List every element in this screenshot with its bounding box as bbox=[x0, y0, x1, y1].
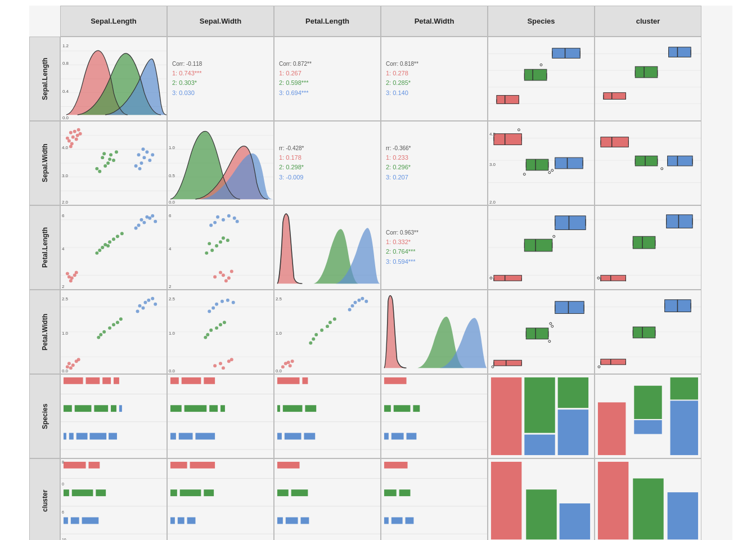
svg-rect-42 bbox=[635, 66, 658, 78]
cell-pw-species bbox=[488, 290, 595, 374]
svg-point-153 bbox=[75, 271, 78, 274]
corr-sl-pw-3: 3: 0.140 bbox=[386, 88, 483, 98]
svg-text:0.0: 0.0 bbox=[62, 115, 69, 120]
svg-point-57 bbox=[69, 131, 73, 134]
cell-pl-pl bbox=[274, 205, 381, 290]
svg-rect-457 bbox=[180, 489, 201, 496]
corr-sw-pw-header: rr: -0.366* bbox=[386, 144, 483, 153]
row-header-sepal-width: Sepal.Width bbox=[29, 121, 60, 205]
svg-point-281 bbox=[222, 366, 225, 370]
col-header-cluster: cluster bbox=[595, 6, 701, 37]
svg-rect-377 bbox=[94, 405, 108, 412]
svg-rect-393 bbox=[184, 405, 207, 412]
svg-point-76 bbox=[108, 158, 111, 161]
row-header-sepal-length: Sepal.Length bbox=[29, 37, 60, 121]
row-header-petal-width: Petal.Width bbox=[29, 290, 60, 374]
svg-rect-243 bbox=[667, 215, 693, 228]
cell-sw-sl: 2.0 3.0 4.0 bbox=[60, 121, 167, 205]
svg-point-267 bbox=[141, 307, 145, 310]
svg-point-152 bbox=[69, 279, 73, 282]
svg-rect-380 bbox=[64, 433, 66, 440]
corr-sl-sw-3: 3: 0.030 bbox=[172, 88, 269, 98]
svg-rect-394 bbox=[209, 405, 218, 412]
svg-point-284 bbox=[215, 326, 218, 330]
col-header-sepal-width: Sepal.Width bbox=[167, 6, 274, 37]
svg-rect-471 bbox=[301, 518, 309, 524]
corr-sl-pl-3: 3: 0.694*** bbox=[279, 88, 376, 98]
svg-rect-470 bbox=[286, 518, 298, 524]
corner-right-5 bbox=[701, 374, 732, 458]
svg-rect-417 bbox=[394, 405, 411, 412]
svg-point-180 bbox=[227, 276, 231, 280]
svg-point-264 bbox=[138, 304, 142, 308]
svg-rect-402 bbox=[274, 375, 380, 458]
svg-point-157 bbox=[112, 237, 115, 241]
svg-point-262 bbox=[97, 336, 100, 339]
svg-rect-486 bbox=[491, 462, 521, 539]
svg-point-315 bbox=[357, 299, 361, 302]
svg-text:1.0: 1.0 bbox=[276, 331, 282, 336]
cell-species-cluster bbox=[595, 374, 701, 458]
svg-rect-375 bbox=[64, 405, 72, 412]
svg-rect-427 bbox=[524, 377, 555, 433]
cell-sw-sw: 0.0 0.5 1.0 bbox=[167, 121, 274, 205]
svg-rect-117 bbox=[555, 158, 583, 169]
svg-point-255 bbox=[77, 358, 80, 361]
svg-rect-396 bbox=[170, 433, 176, 440]
svg-rect-444 bbox=[71, 518, 79, 524]
svg-text:2.0: 2.0 bbox=[489, 200, 496, 205]
svg-rect-478 bbox=[399, 489, 411, 496]
svg-point-59 bbox=[68, 140, 71, 143]
svg-point-179 bbox=[222, 273, 225, 277]
svg-point-151 bbox=[73, 273, 76, 277]
svg-rect-407 bbox=[305, 405, 316, 412]
svg-text:2.5: 2.5 bbox=[62, 296, 69, 302]
svg-rect-460 bbox=[178, 518, 184, 524]
cell-cluster-pw bbox=[381, 458, 488, 540]
svg-point-316 bbox=[361, 297, 364, 300]
svg-rect-456 bbox=[170, 489, 177, 496]
svg-rect-453 bbox=[168, 459, 273, 540]
cell-cluster-species bbox=[488, 458, 595, 540]
svg-point-70 bbox=[109, 153, 112, 156]
svg-text:1.0: 1.0 bbox=[169, 331, 176, 336]
corner-top-right bbox=[701, 6, 732, 37]
corr-sl-pl-2: 2: 0.598*** bbox=[279, 78, 376, 88]
svg-rect-440 bbox=[64, 489, 69, 496]
svg-rect-441 bbox=[72, 489, 93, 496]
svg-rect-491 bbox=[633, 479, 663, 540]
corr-sl-sw-header: Corr: -0.118 bbox=[172, 60, 269, 69]
corner-right-2 bbox=[701, 121, 732, 205]
svg-point-80 bbox=[145, 150, 148, 154]
svg-point-82 bbox=[148, 159, 151, 162]
col-header-species: Species bbox=[488, 6, 595, 37]
cell-cluster-sl: 10 6 0 8 bbox=[60, 458, 167, 540]
corr-pl-pw-3: 3: 0.594*** bbox=[386, 257, 483, 267]
svg-rect-426 bbox=[491, 377, 521, 455]
svg-rect-477 bbox=[384, 489, 397, 496]
svg-rect-389 bbox=[170, 377, 179, 384]
svg-rect-21 bbox=[524, 69, 547, 80]
svg-point-67 bbox=[66, 137, 69, 140]
svg-rect-467 bbox=[277, 489, 289, 496]
svg-point-169 bbox=[151, 214, 154, 218]
svg-point-64 bbox=[79, 132, 82, 136]
corr-sl-sw-2: 2: 0.303* bbox=[172, 78, 269, 88]
svg-point-158 bbox=[101, 246, 104, 249]
svg-rect-468 bbox=[291, 489, 308, 496]
corr-sw-pl-1: 1: 0.178 bbox=[279, 153, 376, 163]
svg-point-69 bbox=[106, 161, 110, 165]
svg-text:4: 4 bbox=[169, 246, 172, 251]
svg-rect-459 bbox=[170, 518, 175, 524]
svg-point-319 bbox=[348, 308, 352, 312]
svg-text:2: 2 bbox=[62, 284, 64, 289]
svg-point-293 bbox=[232, 301, 235, 304]
svg-point-306 bbox=[291, 359, 294, 363]
svg-point-166 bbox=[142, 221, 146, 224]
svg-point-171 bbox=[154, 220, 157, 223]
svg-rect-361 bbox=[633, 327, 655, 338]
row-header-cluster: cluster bbox=[29, 458, 60, 540]
corr-sl-pw-1: 1: 0.278 bbox=[386, 69, 483, 79]
svg-point-162 bbox=[95, 251, 98, 255]
svg-rect-16 bbox=[497, 96, 519, 104]
